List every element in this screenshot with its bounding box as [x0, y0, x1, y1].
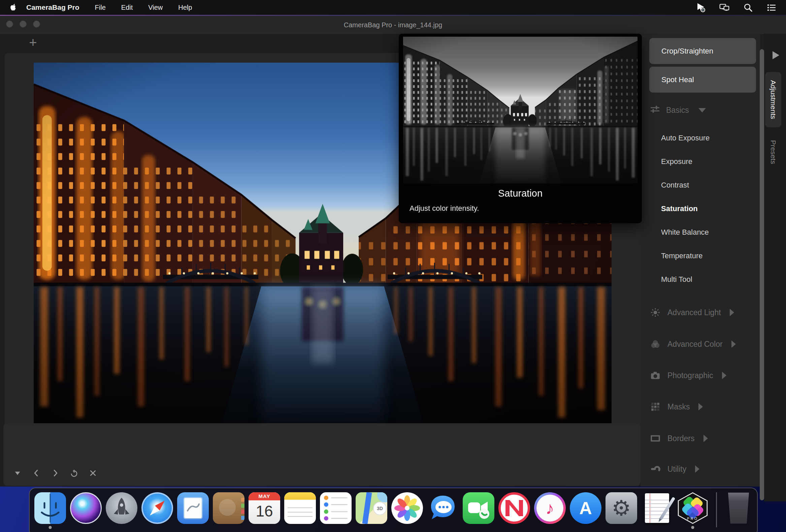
facetime-icon — [463, 492, 494, 524]
dock-separator — [716, 492, 717, 527]
title-bar[interactable]: CameraBag Pro - image_144.jpg — [0, 16, 786, 35]
chevron-right-icon — [703, 435, 708, 442]
chevron-down-icon — [698, 108, 706, 113]
messages-icon — [427, 492, 459, 524]
spot-heal-button[interactable]: Spot Heal — [649, 67, 756, 93]
dock-icon-photos[interactable] — [391, 492, 423, 524]
chevron-right-icon — [732, 341, 736, 348]
dock-icon-reminders[interactable] — [320, 492, 352, 524]
saturation-tooltip: Saturation Adjust color intensity. — [399, 34, 642, 223]
collapse-arrow-icon[interactable] — [772, 51, 779, 59]
calendar-month: MAY — [249, 492, 280, 500]
notes-icon — [284, 492, 316, 524]
adjustment-item-exposure[interactable]: Exposure — [661, 150, 692, 174]
displays-icon[interactable] — [719, 2, 730, 13]
tooltip-title: Saturation — [399, 188, 642, 199]
menu-view[interactable]: View — [148, 4, 163, 11]
safari-icon — [141, 492, 173, 524]
contacts-icon — [213, 492, 245, 524]
next-icon[interactable] — [50, 468, 61, 479]
app-store-icon: A — [570, 492, 601, 524]
news-icon — [499, 492, 530, 524]
adjustments-sidebar: Crop/Straighten Spot Heal Basics Auto Ex — [641, 34, 760, 487]
dock-icon-system-preferences[interactable]: ⚙ — [605, 492, 637, 524]
apple-icon — [9, 3, 17, 12]
screencast-cursor-icon[interactable] — [696, 2, 706, 13]
crop-straighten-label: Crop/Straighten — [662, 47, 713, 55]
adjustment-item-saturation[interactable]: Saturation — [661, 197, 698, 221]
running-indicator — [49, 526, 52, 529]
search-icon[interactable] — [743, 2, 753, 13]
venn-icon — [650, 339, 661, 349]
window-title: CameraBag Pro - image_144.jpg — [0, 16, 786, 34]
dock-icon-contacts[interactable] — [213, 492, 245, 524]
dock-icon-launchpad[interactable] — [106, 492, 137, 524]
dock-icon-mail[interactable] — [177, 492, 209, 524]
tab-adjustments[interactable]: Adjustments — [765, 72, 781, 127]
adjustment-item-multi-tool[interactable]: Multi Tool — [661, 268, 692, 291]
menu-edit[interactable]: Edit — [121, 4, 133, 11]
basics-label: Basics — [666, 106, 689, 115]
siri-icon — [70, 492, 102, 524]
adjustment-item-white-balance[interactable]: White Balance — [661, 221, 709, 244]
adjustment-item-temperature[interactable]: Temperature — [661, 244, 703, 268]
menu-help[interactable]: Help — [178, 4, 192, 11]
dock-icon-textedit[interactable] — [641, 492, 673, 524]
maps-3d-badge: 3D — [373, 502, 387, 515]
saturation-preview-image — [403, 37, 638, 184]
checker-icon — [650, 401, 661, 412]
sidebar-scrollbar[interactable] — [760, 49, 764, 500]
prev-icon[interactable] — [31, 468, 42, 479]
launchpad-icon — [106, 492, 137, 524]
tab-presets[interactable]: Presets — [765, 133, 781, 171]
reminders-icon — [320, 492, 352, 524]
dock-icon-siri[interactable] — [70, 492, 102, 524]
finder-icon — [34, 492, 66, 524]
history-icon[interactable] — [69, 468, 79, 479]
desktop: CameraBag Pro File Edit View Help — [0, 0, 786, 532]
section-masks[interactable]: Masks — [650, 395, 703, 418]
adjustment-item-contrast[interactable]: Contrast — [661, 174, 689, 197]
dock-icon-camerabag-pro[interactable]: PRO — [677, 492, 709, 524]
crop-straighten-button[interactable]: Crop/Straighten — [649, 38, 756, 64]
sliders-icon — [650, 104, 660, 116]
photos-icon — [391, 492, 423, 524]
trash-icon — [724, 492, 753, 524]
menu-app-name[interactable]: CameraBag Pro — [26, 3, 79, 11]
dock-icon-notes[interactable] — [284, 492, 316, 524]
section-borders[interactable]: Borders — [650, 426, 708, 450]
dock-icon-facetime[interactable] — [463, 492, 494, 524]
collapse-icon[interactable] — [12, 468, 23, 479]
calendar-day: 16 — [249, 500, 280, 522]
dock-icon-maps[interactable]: 3D — [355, 492, 387, 524]
add-image-button[interactable]: + — [26, 35, 40, 50]
adjustment-item-auto-exposure[interactable]: Auto Exposure — [661, 126, 710, 150]
section-advanced-color[interactable]: Advanced Color — [650, 332, 736, 356]
dock-icon-app-store[interactable]: A — [570, 492, 601, 524]
list-icon[interactable] — [766, 2, 777, 13]
menu-bar: CameraBag Pro File Edit View Help — [0, 0, 786, 15]
dock-icon-safari[interactable] — [141, 492, 173, 524]
section-advanced-light[interactable]: Advanced Light — [650, 301, 734, 324]
filmstrip-controls — [12, 468, 98, 479]
dock-icon-news[interactable] — [499, 492, 530, 524]
spot-heal-label: Spot Heal — [662, 75, 694, 84]
chevron-right-icon — [722, 372, 726, 379]
mail-icon — [177, 492, 209, 524]
close-icon[interactable] — [88, 468, 98, 479]
chevron-right-icon — [730, 309, 734, 316]
camerabag-pro-badge: PRO — [677, 517, 709, 521]
apple-menu[interactable] — [9, 3, 18, 12]
dock-icon-finder[interactable] — [34, 492, 66, 524]
sun-icon — [650, 307, 661, 318]
dock-icon-trash[interactable] — [724, 492, 756, 524]
dock-icon-calendar[interactable]: MAY 16 — [249, 492, 280, 524]
dock-icon-messages[interactable] — [427, 492, 459, 524]
system-preferences-icon: ⚙ — [605, 492, 637, 524]
section-utility[interactable]: Utility — [650, 457, 699, 481]
basics-section-header[interactable]: Basics — [650, 100, 706, 120]
dock-icon-music[interactable]: ♪ — [534, 492, 566, 524]
menu-file[interactable]: File — [95, 4, 106, 11]
chevron-right-icon — [695, 465, 699, 473]
section-photographic[interactable]: Photographic — [650, 364, 726, 387]
